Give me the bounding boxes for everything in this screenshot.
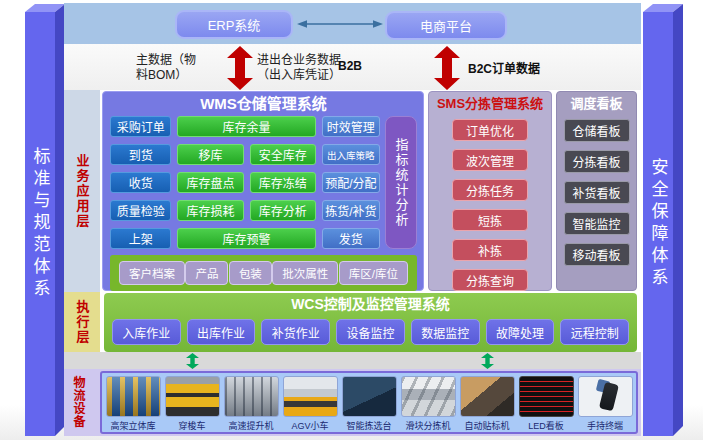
execution-layer-label: 执行层 <box>73 300 92 345</box>
agv-photo-icon <box>283 376 338 417</box>
standards-system-pillar: 标准与规范体系 <box>20 2 66 440</box>
security-system-label: 安全保障体系 <box>643 12 673 436</box>
wcs-panel: WCS控制及监控管理系统 入库作业出库作业补货作业设备监控数据监控故障处理远程控… <box>104 293 637 352</box>
wms-function-box: 拣货/补货 <box>322 200 380 221</box>
master-data-box: 产品 <box>185 261 228 285</box>
b2b-label: B2B <box>338 59 362 73</box>
wms-panel: WMS仓储管理系统 采购订单库存余量时效管理到货移库安全库存出入库策略收货库存盘… <box>102 91 424 291</box>
wms-body: 采购订单库存余量时效管理到货移库安全库存出入库策略收货库存盘点库存冻结预配/分配… <box>110 116 417 249</box>
green-double-arrow-icon <box>186 353 199 369</box>
dashboard-board-list: 仓储看板分拣看板补货看板智能监控移动看板 <box>557 119 636 266</box>
security-system-pillar: 安全保障体系 <box>638 2 684 440</box>
sms-function-box: 订单优化 <box>452 119 528 141</box>
equipment-tile: 高架立体库 <box>106 376 161 432</box>
external-systems-band: ERP系统 电商平台 <box>64 3 641 44</box>
wms-function-box: 库存损耗 <box>177 200 243 221</box>
wms-function-box: 到货 <box>110 144 171 165</box>
wcs-function-box: 补货作业 <box>261 319 330 345</box>
execution-layer-column: 执行层 <box>64 292 100 353</box>
wms-function-box: 库存分析 <box>250 200 316 221</box>
wms-function-box: 移库 <box>177 144 243 165</box>
slider-photo-icon <box>401 376 456 417</box>
wcs-function-box: 设备监控 <box>336 319 405 345</box>
wcs-function-list: 入库作业出库作业补货作业设备监控数据监控故障处理远程控制 <box>104 314 637 345</box>
sms-title: SMS分拣管理系统 <box>429 95 551 113</box>
standards-system-label: 标准与规范体系 <box>25 12 55 436</box>
shuttle-photo-icon <box>165 376 220 417</box>
equipment-caption: 穿梭车 <box>178 419 205 432</box>
pick-photo-icon <box>342 376 397 417</box>
master-data-label: 主数据（物 料BOM） <box>136 53 226 83</box>
wms-function-box: 库存预警 <box>177 228 315 249</box>
wms-title: WMS仓储管理系统 <box>110 94 417 114</box>
wms-function-box: 上架 <box>110 228 171 249</box>
equipment-tile: 手持终端 <box>578 376 633 432</box>
equipment-caption: 滑块分拣机 <box>405 419 450 432</box>
wms-function-box: 发货 <box>322 228 380 249</box>
wms-function-box: 预配/分配 <box>322 172 380 193</box>
connector-strip <box>64 352 641 369</box>
wcs-function-box: 入库作业 <box>112 319 181 345</box>
master-data-box: 包装 <box>229 261 272 285</box>
sms-function-box: 波次管理 <box>452 149 528 171</box>
equipment-tile: 穿梭车 <box>165 376 220 432</box>
equipment-caption: 智能拣选台 <box>346 419 391 432</box>
green-double-arrow-icon <box>481 353 494 369</box>
wcs-function-box: 出库作业 <box>187 319 256 345</box>
business-layer-column: 业务应用层 <box>64 90 100 292</box>
wms-function-box: 库存余量 <box>177 116 315 137</box>
equipment-tile: AGV小车 <box>283 376 338 432</box>
wms-architecture-diagram: 标准与规范体系 安全保障体系 ERP系统 电商平台 主数据（物 料BOM） 进出… <box>0 0 703 440</box>
equipment-tile: 自动贴标机 <box>460 376 515 432</box>
blue-double-arrow-icon <box>297 19 383 29</box>
sms-function-box: 短拣 <box>452 209 528 231</box>
indicator-analysis-box: 指标统计分析 <box>385 116 417 249</box>
master-data-box: 客户档案 <box>119 261 185 285</box>
equipment-row: 物流设备 高架立体库穿梭车高速提升机AGV小车智能拣选台滑块分拣机自动贴标机LE… <box>64 369 641 436</box>
wms-function-box: 时效管理 <box>322 116 380 137</box>
wms-function-box: 安全库存 <box>250 144 316 165</box>
red-double-arrow-b2c-icon <box>434 46 460 90</box>
wms-function-box: 库存冻结 <box>250 172 316 193</box>
business-layer-label: 业务应用层 <box>73 154 92 229</box>
wcs-function-box: 数据监控 <box>411 319 480 345</box>
wms-function-box: 采购订单 <box>110 116 171 137</box>
dashboard-board-box: 智能监控 <box>564 212 630 235</box>
equipment-panel: 高架立体库穿梭车高速提升机AGV小车智能拣选台滑块分拣机自动贴标机LED看板手持… <box>100 371 638 434</box>
wcs-title: WCS控制及监控管理系统 <box>104 295 637 314</box>
dashboard-board-box: 补货看板 <box>564 181 630 204</box>
equipment-caption: LED看板 <box>528 419 564 432</box>
equipment-tile: 智能拣选台 <box>342 376 397 432</box>
wcs-function-box: 故障处理 <box>486 319 555 345</box>
equipment-caption: 高速提升机 <box>228 419 273 432</box>
dashboard-panel: 调度看板 仓储看板分拣看板补货看板智能监控移动看板 <box>556 91 637 291</box>
master-data-box: 批次属性 <box>272 261 338 285</box>
wms-function-grid: 采购订单库存余量时效管理到货移库安全库存出入库策略收货库存盘点库存冻结预配/分配… <box>110 116 380 249</box>
wms-function-box: 出入库策略 <box>322 144 380 165</box>
lifter-photo-icon <box>224 376 279 417</box>
equipment-tile: 高速提升机 <box>224 376 279 432</box>
rack-photo-icon <box>106 376 161 417</box>
handheld-photo-icon <box>578 376 633 417</box>
led-photo-icon <box>519 376 574 417</box>
sms-function-box: 补拣 <box>452 239 528 261</box>
wcs-function-box: 远程控制 <box>560 319 629 345</box>
sms-function-box: 分拣查询 <box>452 269 528 291</box>
red-double-arrow-erp-icon <box>227 46 253 90</box>
master-data-box: 库区/库位 <box>339 261 408 285</box>
equipment-layer-label: 物流设备 <box>70 376 87 428</box>
dashboard-board-box: 分拣看板 <box>564 150 630 173</box>
erp-system-node: ERP系统 <box>175 10 293 39</box>
ecommerce-platform-node: 电商平台 <box>385 11 507 40</box>
equipment-caption: 自动贴标机 <box>464 419 509 432</box>
labeler-photo-icon <box>460 376 515 417</box>
equipment-tile: LED看板 <box>519 376 574 432</box>
equipment-caption: 高架立体库 <box>110 419 155 432</box>
master-data-strip: 客户档案产品包装批次属性库区/库位 <box>110 255 417 291</box>
equipment-caption: 手持终端 <box>587 419 623 432</box>
b2c-orders-label: B2C订单数据 <box>468 59 540 76</box>
equipment-tile: 滑块分拣机 <box>401 376 456 432</box>
data-flow-band: 主数据（物 料BOM） 进出仓业务数据 （出入库凭证） B2B B2C订单数据 <box>64 44 641 90</box>
sms-panel: SMS分拣管理系统 订单优化波次管理分拣任务短拣补拣分拣查询 <box>428 91 552 291</box>
dashboard-board-box: 移动看板 <box>564 243 630 266</box>
